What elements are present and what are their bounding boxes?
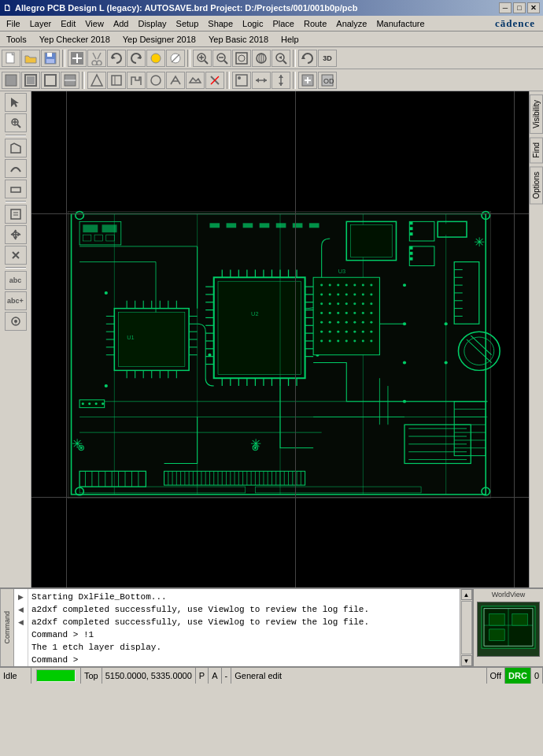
left-btn-text[interactable]: abc xyxy=(5,271,27,290)
vline-right xyxy=(514,91,515,587)
menu-analyze[interactable]: Analyze xyxy=(331,17,371,30)
canvas-area[interactable]: ✳ ✳ ✳ xyxy=(31,91,529,587)
tb2-btn-3[interactable] xyxy=(41,72,60,89)
svg-line-54 xyxy=(17,124,20,128)
options-tab[interactable]: Options xyxy=(530,166,543,204)
left-btn-via[interactable] xyxy=(5,312,27,331)
svg-marker-47 xyxy=(279,83,283,86)
svg-point-249 xyxy=(353,284,356,287)
menu-help[interactable]: Help xyxy=(276,33,304,46)
svg-rect-106 xyxy=(218,281,301,374)
svg-point-246 xyxy=(329,284,331,287)
find-tab[interactable]: Find xyxy=(530,137,543,163)
left-btn-property[interactable] xyxy=(5,205,27,224)
pcb-svg[interactable]: ✳ ✳ ✳ xyxy=(31,91,529,587)
svg-text:U2: U2 xyxy=(251,312,258,318)
status-p: P xyxy=(196,668,209,684)
svg-point-157 xyxy=(105,384,108,387)
menu-bar: File Layer Edit View Add Display Setup S… xyxy=(0,16,543,32)
zoom-fit-button[interactable] xyxy=(232,50,251,67)
tb2-btn-10[interactable] xyxy=(186,72,205,89)
zoom-world-button[interactable] xyxy=(252,50,271,67)
menu-setup[interactable]: Setup xyxy=(172,17,204,30)
zoom-previous-button[interactable] xyxy=(272,50,290,67)
svg-point-271 xyxy=(362,312,364,314)
title-bar-controls[interactable]: ─ □ ✕ xyxy=(499,2,540,13)
left-btn-route[interactable] xyxy=(5,159,27,178)
window-title: Allegro PCB Design L (legacy): AUTOSAVE.… xyxy=(15,3,357,13)
tb2-btn-8[interactable] xyxy=(146,72,165,89)
redo-button[interactable] xyxy=(127,50,146,67)
menu-logic[interactable]: Logic xyxy=(238,17,268,30)
menu-file[interactable]: File xyxy=(2,17,25,30)
menu-add[interactable]: Add xyxy=(109,17,134,30)
scroll-up-button[interactable]: ▲ xyxy=(461,589,472,600)
left-btn-select[interactable] xyxy=(5,93,27,112)
svg-point-248 xyxy=(345,284,348,287)
close-button[interactable]: ✕ xyxy=(527,2,540,13)
svg-point-158 xyxy=(208,354,211,357)
undo-button[interactable] xyxy=(107,50,126,67)
tb2-btn-16[interactable]: ODB xyxy=(318,72,337,89)
right-panel: Visibility Find Options xyxy=(529,91,543,587)
tb2-btn-6[interactable] xyxy=(107,72,126,89)
tb2-btn-5[interactable] xyxy=(87,72,106,89)
minimize-button[interactable]: ─ xyxy=(499,2,512,13)
svg-rect-31 xyxy=(45,75,56,86)
dehilight-button[interactable] xyxy=(166,50,185,67)
pcb-canvas[interactable]: ✳ ✳ ✳ xyxy=(31,91,529,587)
scroll-track[interactable] xyxy=(461,601,472,654)
tb2-btn-2[interactable] xyxy=(21,72,40,89)
add-connect-button[interactable] xyxy=(68,50,87,67)
title-bar: 🗋 Allegro PCB Design L (legacy): AUTOSAV… xyxy=(0,0,543,16)
tb2-btn-14[interactable] xyxy=(272,72,290,89)
menu-shape[interactable]: Shape xyxy=(203,17,238,30)
svg-point-282 xyxy=(337,331,339,333)
svg-point-273 xyxy=(320,321,323,324)
left-separator-1 xyxy=(6,135,26,136)
tb2-btn-13[interactable] xyxy=(252,72,271,89)
3d-view-button[interactable]: 3D xyxy=(318,50,337,67)
svg-point-275 xyxy=(337,321,339,324)
cut-button[interactable] xyxy=(87,50,106,67)
tb2-btn-7[interactable] xyxy=(127,72,146,89)
menu-manufacture[interactable]: Manufacture xyxy=(371,17,429,30)
menu-yep-designer[interactable]: Yep Designer 2018 xyxy=(118,33,201,46)
menu-yep-checker[interactable]: Yep Checker 2018 xyxy=(35,33,115,46)
left-btn-move[interactable] xyxy=(5,225,27,244)
hilight-button[interactable] xyxy=(146,50,165,67)
left-btn-shape[interactable] xyxy=(5,180,27,198)
new-button[interactable] xyxy=(2,50,20,67)
left-btn-delete[interactable] xyxy=(5,246,27,265)
zoom-out-button[interactable] xyxy=(212,50,231,67)
left-btn-zoom-in[interactable] xyxy=(5,113,27,132)
maximize-button[interactable]: □ xyxy=(513,2,526,13)
svg-point-21 xyxy=(238,55,245,61)
tb2-btn-11[interactable] xyxy=(205,72,224,89)
refresh-button[interactable] xyxy=(298,50,317,67)
left-btn-text2[interactable]: abc+ xyxy=(5,291,27,310)
left-btn-iDraw[interactable] xyxy=(5,139,27,158)
svg-rect-312 xyxy=(409,232,412,235)
menu-tools[interactable]: Tools xyxy=(2,33,31,46)
menu-layer[interactable]: Layer xyxy=(25,17,57,30)
menu-yep-basic[interactable]: Yep Basic 2018 xyxy=(204,33,273,46)
tb2-btn-12[interactable] xyxy=(232,72,251,89)
tb2-btn-15[interactable] xyxy=(298,72,317,89)
save-button[interactable] xyxy=(41,50,60,67)
worldview-canvas[interactable] xyxy=(477,602,540,657)
tb2-btn-4[interactable] xyxy=(61,72,79,89)
menu-place[interactable]: Place xyxy=(268,17,299,30)
menu-route[interactable]: Route xyxy=(299,17,331,30)
menu-display[interactable]: Display xyxy=(133,17,171,30)
tb2-btn-9[interactable] xyxy=(166,72,185,89)
menu-edit[interactable]: Edit xyxy=(56,17,80,30)
svg-rect-311 xyxy=(409,227,412,230)
menu-view[interactable]: View xyxy=(80,17,109,30)
side-log: Command xyxy=(0,589,14,666)
tb2-btn-1[interactable] xyxy=(2,72,20,89)
visibility-tab[interactable]: Visibility xyxy=(530,94,543,134)
open-button[interactable] xyxy=(21,50,40,67)
scroll-down-button[interactable]: ▼ xyxy=(461,655,472,666)
zoom-in-button[interactable] xyxy=(193,50,212,67)
